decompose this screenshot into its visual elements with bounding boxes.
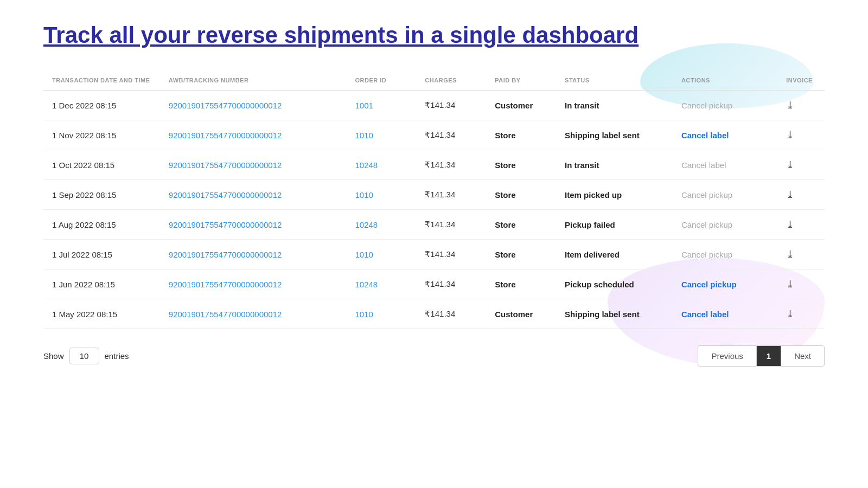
awb-link[interactable]: 9200190175547700000000012 <box>169 280 282 289</box>
download-invoice-icon[interactable]: ⤓ <box>786 219 794 230</box>
awb-link[interactable]: 9200190175547700000000012 <box>169 250 282 259</box>
cell-status: In transit <box>556 150 673 180</box>
cell-awb[interactable]: 9200190175547700000000012 <box>160 210 347 240</box>
cell-awb[interactable]: 9200190175547700000000012 <box>160 91 347 120</box>
cell-paid-by: Store <box>486 180 556 210</box>
cell-date: 1 Jun 2022 08:15 <box>43 269 160 299</box>
cell-awb[interactable]: 9200190175547700000000012 <box>160 120 347 150</box>
order-id-link[interactable]: 10248 <box>355 220 378 229</box>
order-id-link[interactable]: 1010 <box>355 310 373 319</box>
awb-link[interactable]: 9200190175547700000000012 <box>169 220 282 229</box>
cell-status: Pickup failed <box>556 210 673 240</box>
cell-status: In transit <box>556 91 673 120</box>
cell-paid-by: Store <box>486 210 556 240</box>
cell-awb[interactable]: 9200190175547700000000012 <box>160 240 347 269</box>
cell-invoice[interactable]: ⤓ <box>777 150 825 180</box>
table-row: 1 Jul 2022 08:15920019017554770000000001… <box>43 240 825 269</box>
order-id-link[interactable]: 1010 <box>355 131 373 140</box>
cell-paid-by: Store <box>486 120 556 150</box>
cell-date: 1 Aug 2022 08:15 <box>43 210 160 240</box>
shipments-table-wrapper: TRANSACTION DATE AND TIME AWB/TRACKING N… <box>43 70 825 329</box>
cell-charges: ₹141.34 <box>416 299 486 329</box>
cell-order-id[interactable]: 10248 <box>346 210 416 240</box>
awb-link[interactable]: 9200190175547700000000012 <box>169 131 282 140</box>
cell-action: Cancel pickup <box>673 91 777 120</box>
cell-order-id[interactable]: 1001 <box>346 91 416 120</box>
cell-date: 1 May 2022 08:15 <box>43 299 160 329</box>
cell-status: Item picked up <box>556 180 673 210</box>
cell-order-id[interactable]: 1010 <box>346 180 416 210</box>
cell-date: 1 Jul 2022 08:15 <box>43 240 160 269</box>
download-invoice-icon[interactable]: ⤓ <box>786 279 794 290</box>
cell-invoice[interactable]: ⤓ <box>777 120 825 150</box>
entries-input[interactable] <box>69 348 99 364</box>
order-id-link[interactable]: 10248 <box>355 160 378 170</box>
action-button[interactable]: Cancel label <box>681 310 729 319</box>
previous-button[interactable]: Previous <box>698 345 756 367</box>
cell-awb[interactable]: 9200190175547700000000012 <box>160 269 347 299</box>
cell-order-id[interactable]: 1010 <box>346 240 416 269</box>
action-button[interactable]: Cancel label <box>681 131 729 140</box>
cell-action: Cancel pickup <box>673 210 777 240</box>
cell-paid-by: Store <box>486 269 556 299</box>
cell-invoice[interactable]: ⤓ <box>777 210 825 240</box>
cell-action[interactable]: Cancel label <box>673 299 777 329</box>
download-invoice-icon[interactable]: ⤓ <box>786 130 794 140</box>
show-label: Show <box>43 351 64 361</box>
action-button[interactable]: Cancel pickup <box>681 280 737 289</box>
awb-link[interactable]: 9200190175547700000000012 <box>169 190 282 200</box>
col-header-order: ORDER ID <box>346 70 416 91</box>
cell-action: Cancel pickup <box>673 180 777 210</box>
cell-action[interactable]: Cancel label <box>673 120 777 150</box>
cell-order-id[interactable]: 10248 <box>346 150 416 180</box>
col-header-invoice: INVOICE <box>777 70 825 91</box>
action-button: Cancel label <box>681 160 726 170</box>
awb-link[interactable]: 9200190175547700000000012 <box>169 101 282 110</box>
awb-link[interactable]: 9200190175547700000000012 <box>169 160 282 170</box>
action-button: Cancel pickup <box>681 250 732 259</box>
cell-date: 1 Nov 2022 08:15 <box>43 120 160 150</box>
cell-order-id[interactable]: 1010 <box>346 299 416 329</box>
cell-paid-by: Store <box>486 150 556 180</box>
cell-invoice[interactable]: ⤓ <box>777 91 825 120</box>
download-invoice-icon[interactable]: ⤓ <box>786 100 794 111</box>
order-id-link[interactable]: 10248 <box>355 280 378 289</box>
page-title: Track all your reverse shipments in a si… <box>43 22 825 49</box>
order-id-link[interactable]: 1010 <box>355 190 373 200</box>
col-header-status: STATUS <box>556 70 673 91</box>
download-invoice-icon[interactable]: ⤓ <box>786 159 794 170</box>
download-invoice-icon[interactable]: ⤓ <box>786 189 794 200</box>
cell-invoice[interactable]: ⤓ <box>777 299 825 329</box>
cell-awb[interactable]: 9200190175547700000000012 <box>160 150 347 180</box>
col-header-actions: ACTIONS <box>673 70 777 91</box>
cell-invoice[interactable]: ⤓ <box>777 180 825 210</box>
cell-action: Cancel label <box>673 150 777 180</box>
awb-link[interactable]: 9200190175547700000000012 <box>169 310 282 319</box>
cell-awb[interactable]: 9200190175547700000000012 <box>160 180 347 210</box>
cell-paid-by: Customer <box>486 299 556 329</box>
table-row: 1 Jun 2022 08:15920019017554770000000001… <box>43 269 825 299</box>
cell-invoice[interactable]: ⤓ <box>777 269 825 299</box>
cell-charges: ₹141.34 <box>416 269 486 299</box>
next-button[interactable]: Next <box>781 345 825 367</box>
cell-date: 1 Dec 2022 08:15 <box>43 91 160 120</box>
cell-status: Item delivered <box>556 240 673 269</box>
cell-order-id[interactable]: 1010 <box>346 120 416 150</box>
cell-charges: ₹141.34 <box>416 150 486 180</box>
cell-awb[interactable]: 9200190175547700000000012 <box>160 299 347 329</box>
cell-action: Cancel pickup <box>673 240 777 269</box>
cell-charges: ₹141.34 <box>416 91 486 120</box>
order-id-link[interactable]: 1001 <box>355 101 373 110</box>
download-invoice-icon[interactable]: ⤓ <box>786 309 794 319</box>
cell-date: 1 Sep 2022 08:15 <box>43 180 160 210</box>
cell-action[interactable]: Cancel pickup <box>673 269 777 299</box>
cell-charges: ₹141.34 <box>416 240 486 269</box>
cell-order-id[interactable]: 10248 <box>346 269 416 299</box>
order-id-link[interactable]: 1010 <box>355 250 373 259</box>
current-page[interactable]: 1 <box>757 345 781 367</box>
cell-invoice[interactable]: ⤓ <box>777 240 825 269</box>
cell-charges: ₹141.34 <box>416 180 486 210</box>
cell-charges: ₹141.34 <box>416 120 486 150</box>
cell-paid-by: Store <box>486 240 556 269</box>
download-invoice-icon[interactable]: ⤓ <box>786 249 794 260</box>
